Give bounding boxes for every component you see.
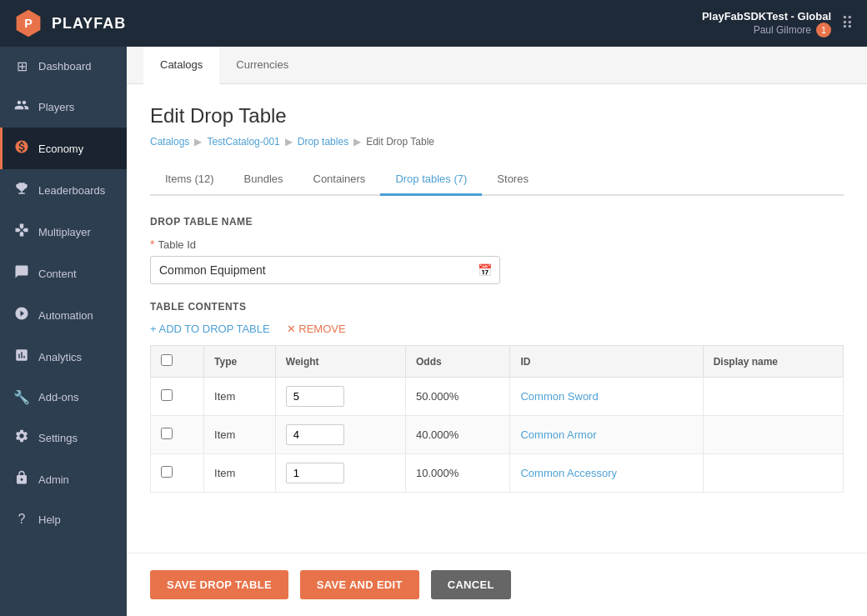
app-name: PLAYFAB [52,15,126,33]
tab-droptables[interactable]: Drop tables (7) [380,164,482,196]
table-id-input[interactable] [150,256,500,284]
table-id-wrapper: 📅 [150,256,500,284]
header-user-sub: Paul Gilmore 1 [702,23,831,38]
table-row: Item 40.000% Common Armor [151,416,844,454]
cancel-button[interactable]: CANCEL [431,570,511,599]
breadcrumb-sep-3: ▶ [353,136,361,148]
col-display-name: Display name [703,346,843,378]
row-1-id-link[interactable]: Common Sword [520,390,598,403]
admin-icon [13,470,30,488]
sidebar-item-label: Players [38,101,74,113]
row-2-id-link[interactable]: Common Armor [520,428,596,441]
row-1-type: Item [204,378,276,416]
tab-items[interactable]: Items (12) [150,164,229,196]
tab-bundles[interactable]: Bundles [229,164,298,196]
save-drop-table-button[interactable]: SAVE DROP TABLE [150,570,288,599]
sidebar-item-automation[interactable]: Automation [0,294,127,336]
row-1-display-name [703,378,843,416]
table-actions: + ADD TO DROP TABLE ✕ REMOVE [150,323,844,335]
breadcrumb-sep-1: ▶ [194,136,202,148]
sidebar-item-dashboard[interactable]: ⊞ Dashboard [0,47,127,86]
sidebar-item-admin[interactable]: Admin [0,458,127,500]
breadcrumb: Catalogs ▶ TestCatalog-001 ▶ Drop tables… [150,136,844,148]
content-icon [13,264,30,283]
notification-badge[interactable]: 1 [816,23,831,38]
page-title: Edit Drop Table [150,104,844,128]
breadcrumb-testcatalog[interactable]: TestCatalog-001 [207,136,279,148]
grid-icon[interactable]: ⠿ [841,13,854,33]
sidebar-item-multiplayer[interactable]: Multiplayer [0,211,127,253]
save-and-edit-button[interactable]: SAVE AND EDIT [300,570,419,599]
field-table-id-label: * Table Id [150,238,844,251]
sidebar-item-leaderboards[interactable]: Leaderboards [0,169,127,211]
header-right: PlayFabSDKTest - Global Paul Gilmore 1 ⠿ [702,10,854,38]
required-star: * [150,238,154,251]
add-to-drop-table-button[interactable]: + ADD TO DROP TABLE [150,323,270,335]
row-2-weight-input[interactable] [286,424,344,445]
row-2-type: Item [204,416,276,454]
addons-icon: 🔧 [13,389,30,405]
players-icon [13,98,30,116]
row-3-checkbox[interactable] [161,466,173,478]
row-3-id-link[interactable]: Common Accessory [520,467,617,479]
remove-button[interactable]: ✕ REMOVE [287,323,346,335]
row-checkbox-cell [151,378,204,416]
header-username: Paul Gilmore [754,24,811,36]
row-3-display-name [703,454,843,493]
row-2-odds: 40.000% [405,416,509,454]
logo-icon: P [13,8,43,38]
tab-catalogs[interactable]: Catalogs [143,47,219,84]
col-weight: Weight [275,346,405,378]
sidebar-item-settings[interactable]: Settings [0,417,127,458]
sidebar-item-label: Add-ons [38,391,78,403]
header-title: PlayFabSDKTest - Global [702,10,831,23]
sidebar-item-addons[interactable]: 🔧 Add-ons [0,378,127,417]
table-row: Item 50.000% Common Sword [151,378,844,416]
sidebar-item-label: Dashboard [38,60,92,73]
col-id: ID [510,346,703,378]
dashboard-icon: ⊞ [13,58,30,74]
top-header: P PLAYFAB PlayFabSDKTest - Global Paul G… [0,0,867,47]
header-user: PlayFabSDKTest - Global Paul Gilmore 1 [702,10,831,38]
sidebar-item-content[interactable]: Content [0,253,127,294]
sidebar-item-label: Admin [38,473,69,486]
col-type: Type [204,346,276,378]
sidebar-item-label: Multiplayer [38,226,91,238]
row-1-id: Common Sword [510,378,703,416]
row-checkbox-cell [151,454,204,493]
leaderboards-icon [13,181,30,199]
row-1-checkbox[interactable] [161,389,173,401]
row-3-weight [275,454,405,493]
page-content: Edit Drop Table Catalogs ▶ TestCatalog-0… [127,84,867,553]
settings-icon [13,428,30,447]
tab-containers[interactable]: Containers [298,164,381,196]
row-3-weight-input[interactable] [286,463,344,483]
select-all-checkbox[interactable] [161,354,173,366]
help-icon: ? [13,512,30,527]
col-checkbox [151,346,204,378]
analytics-icon [13,348,30,366]
breadcrumb-catalogs[interactable]: Catalogs [150,136,189,148]
tab-currencies[interactable]: Currencies [219,47,305,84]
row-2-display-name [703,416,843,454]
inner-tabs: Items (12) Bundles Containers Drop table… [150,164,844,196]
row-2-id: Common Armor [510,416,703,454]
row-3-id: Common Accessory [510,454,703,493]
section-drop-table-name: DROP TABLE NAME [150,216,844,228]
sidebar-item-label: Automation [38,309,93,322]
economy-icon [13,139,30,158]
row-checkbox-cell [151,416,204,454]
sidebar-item-analytics[interactable]: Analytics [0,336,127,378]
svg-text:P: P [24,17,33,30]
breadcrumb-sep-2: ▶ [285,136,293,148]
drop-table-contents: Type Weight Odds ID Display name Item 50… [150,345,844,493]
tab-stores[interactable]: Stores [482,164,544,196]
sidebar-item-economy[interactable]: Economy [0,128,127,169]
row-2-weight [275,416,405,454]
row-2-checkbox[interactable] [161,428,173,439]
sidebar-item-label: Content [38,268,77,280]
row-1-weight-input[interactable] [286,386,344,407]
breadcrumb-droptables[interactable]: Drop tables [298,136,348,148]
sidebar-item-players[interactable]: Players [0,86,127,128]
sidebar-item-help[interactable]: ? Help [0,500,127,538]
